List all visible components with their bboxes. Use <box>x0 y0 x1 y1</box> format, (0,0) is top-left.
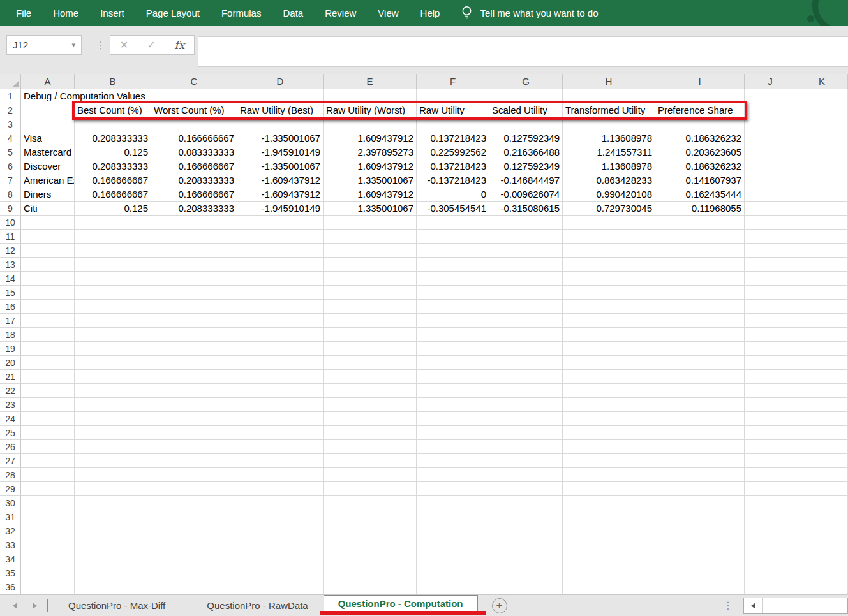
cell-I16[interactable] <box>655 300 745 314</box>
cell-J17[interactable] <box>745 314 796 328</box>
cell-D16[interactable] <box>237 300 324 314</box>
cell-K27[interactable] <box>796 454 848 468</box>
cell-K31[interactable] <box>796 510 848 524</box>
cell-B2[interactable]: Best Count (%) <box>75 103 151 117</box>
new-sheet-button[interactable]: + <box>492 598 507 613</box>
cell-C11[interactable] <box>151 230 237 244</box>
cell-D29[interactable] <box>237 482 324 496</box>
cell-C34[interactable] <box>151 552 237 566</box>
cell-E35[interactable] <box>324 566 417 580</box>
cell-K33[interactable] <box>796 538 848 552</box>
cell-K28[interactable] <box>796 468 848 482</box>
col-header-F[interactable]: F <box>417 74 489 89</box>
cell-I31[interactable] <box>655 510 745 524</box>
cell-C8[interactable]: 0.166666667 <box>151 187 237 202</box>
cell-K7[interactable] <box>796 173 848 187</box>
cell-F20[interactable] <box>417 356 489 370</box>
cell-J35[interactable] <box>745 566 796 580</box>
cell-F32[interactable] <box>417 524 489 538</box>
cell-G3[interactable] <box>489 117 563 131</box>
cell-F21[interactable] <box>417 370 489 384</box>
cell-A17[interactable] <box>21 314 75 328</box>
formula-bar-input[interactable] <box>198 36 848 67</box>
cell-J5[interactable] <box>745 145 796 159</box>
row-header-16[interactable]: 16 <box>0 300 21 314</box>
row-header-2[interactable]: 2 <box>0 103 21 117</box>
cell-D20[interactable] <box>237 356 324 370</box>
cell-J10[interactable] <box>745 216 796 230</box>
cell-B27[interactable] <box>75 454 151 468</box>
cell-C29[interactable] <box>151 482 237 496</box>
cell-G34[interactable] <box>489 552 563 566</box>
row-header-4[interactable]: 4 <box>0 131 21 145</box>
cell-J12[interactable] <box>745 244 796 258</box>
col-header-C[interactable]: C <box>151 74 237 89</box>
cell-I13[interactable] <box>655 258 745 272</box>
cell-B26[interactable] <box>75 440 151 454</box>
col-header-D[interactable]: D <box>237 74 324 89</box>
cell-B29[interactable] <box>75 482 151 496</box>
cell-D27[interactable] <box>237 454 324 468</box>
cell-D9[interactable]: -1.945910149 <box>237 202 324 216</box>
cell-E2[interactable]: Raw Utility (Worst) <box>324 103 417 117</box>
cell-J13[interactable] <box>745 258 796 272</box>
cell-I28[interactable] <box>655 468 745 482</box>
cell-A11[interactable] <box>21 230 75 244</box>
cell-I26[interactable] <box>655 440 745 454</box>
cell-E6[interactable]: 1.609437912 <box>324 159 417 173</box>
cell-E25[interactable] <box>324 426 417 440</box>
cell-G14[interactable] <box>489 272 563 286</box>
tell-me-box[interactable]: Tell me what you want to do <box>461 6 598 20</box>
cell-I35[interactable] <box>655 566 745 580</box>
cell-J26[interactable] <box>745 440 796 454</box>
cell-D18[interactable] <box>237 328 324 342</box>
sheet-tab-maxdiff[interactable]: QuestionPro - Max-Diff <box>58 600 175 611</box>
cell-H7[interactable]: 0.863428233 <box>563 173 655 187</box>
sheet-tab-computation-active[interactable]: QuestionPro - Computation <box>324 595 478 612</box>
cell-D11[interactable] <box>237 230 324 244</box>
cell-D36[interactable] <box>237 580 324 594</box>
cell-B35[interactable] <box>75 566 151 580</box>
row-header-17[interactable]: 17 <box>0 314 21 328</box>
row-header-28[interactable]: 28 <box>0 468 21 482</box>
cell-I30[interactable] <box>655 496 745 510</box>
cell-D2[interactable]: Raw Utility (Best) <box>237 103 324 117</box>
cell-J4[interactable] <box>745 131 796 145</box>
cell-K35[interactable] <box>796 566 848 580</box>
cell-A28[interactable] <box>21 468 75 482</box>
cell-I6[interactable]: 0.186326232 <box>655 159 745 173</box>
cell-J29[interactable] <box>745 482 796 496</box>
cell-A21[interactable] <box>21 370 75 384</box>
cell-G2[interactable]: Scaled Utility <box>489 103 563 117</box>
cancel-icon[interactable]: ✕ <box>120 39 128 51</box>
cell-G30[interactable] <box>489 496 563 510</box>
cell-C24[interactable] <box>151 412 237 426</box>
cell-F23[interactable] <box>417 398 489 412</box>
cell-F12[interactable] <box>417 244 489 258</box>
cell-A25[interactable] <box>21 426 75 440</box>
select-all-corner[interactable] <box>0 74 21 89</box>
cell-G24[interactable] <box>489 412 563 426</box>
cell-A8[interactable]: Diners <box>21 187 75 202</box>
cell-F26[interactable] <box>417 440 489 454</box>
cell-I5[interactable]: 0.203623605 <box>655 145 745 159</box>
cell-E14[interactable] <box>324 272 417 286</box>
cell-F35[interactable] <box>417 566 489 580</box>
sheet-nav-right-icon[interactable] <box>33 603 37 609</box>
cell-C14[interactable] <box>151 272 237 286</box>
cell-J7[interactable] <box>745 173 796 187</box>
cell-I19[interactable] <box>655 342 745 356</box>
cell-E9[interactable]: 1.335001067 <box>324 202 417 216</box>
cell-I29[interactable] <box>655 482 745 496</box>
cell-F22[interactable] <box>417 384 489 398</box>
cell-K10[interactable] <box>796 216 848 230</box>
cell-H5[interactable]: 1.241557311 <box>563 145 655 159</box>
cell-H14[interactable] <box>563 272 655 286</box>
row-header-13[interactable]: 13 <box>0 258 21 272</box>
cell-A18[interactable] <box>21 328 75 342</box>
ribbon-tab-data[interactable]: Data <box>272 0 314 26</box>
cell-G36[interactable] <box>489 580 563 594</box>
cell-E32[interactable] <box>324 524 417 538</box>
cell-B5[interactable]: 0.125 <box>75 145 151 159</box>
row-header-26[interactable]: 26 <box>0 440 21 454</box>
